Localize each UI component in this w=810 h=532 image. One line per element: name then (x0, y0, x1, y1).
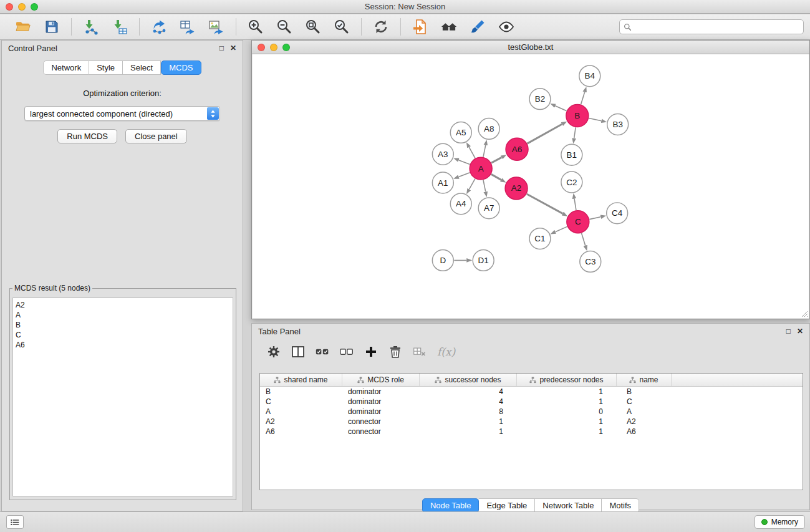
network-canvas[interactable]: B4B2BB3A8A5A6B1A3AC2A1A2A4A7C4CC1C3DD1 (253, 54, 809, 318)
float-table-panel-icon[interactable]: □ (786, 327, 791, 335)
export-image-button[interactable] (205, 16, 228, 37)
export-network-button[interactable] (147, 16, 171, 37)
run-mcds-button[interactable]: Run MCDS (57, 129, 117, 143)
column-header-shared-name[interactable]: shared name (260, 374, 342, 386)
network-node-D1[interactable]: D1 (473, 250, 494, 271)
network-node-A[interactable]: A (470, 157, 492, 180)
result-item[interactable]: B (16, 320, 233, 330)
delete-table-button[interactable] (413, 345, 427, 359)
criterion-select[interactable]: largest connected component (directed) (24, 106, 220, 121)
zoom-in-button[interactable] (244, 16, 268, 37)
result-item[interactable]: A6 (16, 340, 233, 350)
function-builder-button[interactable]: f(x) (437, 346, 455, 358)
import-table-button[interactable] (108, 16, 132, 37)
network-node-A4[interactable]: A4 (450, 193, 471, 215)
network-close-button[interactable] (258, 44, 265, 51)
search-field[interactable] (619, 19, 804, 34)
network-node-C1[interactable]: C1 (529, 228, 551, 249)
search-input[interactable] (634, 22, 803, 32)
column-header-successor-nodes[interactable]: successor nodes (420, 374, 517, 386)
select-all-button[interactable] (316, 345, 329, 359)
network-edge-A-A2[interactable] (491, 174, 501, 180)
column-header-predecessor-nodes[interactable]: predecessor nodes (517, 374, 617, 386)
network-window-titlebar[interactable]: testGlobe.txt (252, 41, 809, 54)
network-edge-A-A6[interactable] (491, 157, 501, 163)
export-table-button[interactable] (176, 16, 200, 37)
deselect-all-button[interactable] (340, 345, 354, 359)
table-tab-network-table[interactable]: Network Table (535, 498, 602, 513)
result-item[interactable]: A (16, 310, 233, 320)
tab-network[interactable]: Network (43, 60, 89, 75)
paintbrush-button[interactable] (466, 16, 489, 37)
columns-button[interactable] (291, 345, 305, 359)
home-button[interactable] (437, 16, 461, 37)
table-tab-edge-table[interactable]: Edge Table (479, 498, 535, 513)
network-edge-B-B1[interactable] (574, 127, 576, 138)
network-edge-C-C2[interactable] (574, 199, 576, 210)
network-edge-C-C1[interactable] (556, 226, 567, 231)
network-node-B3[interactable]: B3 (607, 114, 629, 135)
network-edge-A-A1[interactable] (459, 173, 470, 177)
table-row[interactable]: Bdominator41B (260, 387, 803, 397)
table-row[interactable]: Cdominator41C (260, 397, 803, 407)
zoom-window-button[interactable] (31, 3, 38, 11)
network-node-A3[interactable]: A3 (432, 143, 453, 165)
trash-button[interactable] (388, 345, 402, 359)
network-node-C2[interactable]: C2 (561, 172, 582, 193)
network-node-A8[interactable]: A8 (478, 118, 499, 140)
import-network-button[interactable] (79, 16, 103, 37)
network-edge-A2-C[interactable] (527, 194, 563, 213)
close-window-button[interactable] (6, 3, 13, 11)
zoom-selected-button[interactable] (330, 16, 354, 37)
tab-style[interactable]: Style (89, 60, 123, 75)
network-edge-A-A8[interactable] (483, 145, 486, 157)
table-row[interactable]: A2connector11A2 (260, 417, 803, 427)
eye-button[interactable] (494, 16, 518, 37)
task-history-button[interactable] (6, 515, 24, 529)
zoom-fit-button[interactable] (301, 16, 325, 37)
network-node-C4[interactable]: C4 (607, 203, 628, 224)
open-folder-button[interactable] (11, 16, 35, 37)
network-edge-B-B2[interactable] (556, 106, 567, 111)
network-edge-A6-B[interactable] (528, 124, 562, 143)
minimize-window-button[interactable] (18, 3, 26, 11)
export-page-button[interactable] (408, 16, 432, 37)
table-tab-node-table[interactable]: Node Table (422, 498, 480, 513)
add-button[interactable] (364, 345, 378, 359)
network-node-C[interactable]: C (567, 211, 589, 233)
result-item[interactable]: A2 (16, 300, 233, 310)
network-edge-A-A5[interactable] (469, 147, 475, 158)
network-edge-B-B3[interactable] (589, 118, 601, 121)
network-edge-A-A3[interactable] (459, 160, 470, 165)
network-node-B[interactable]: B (566, 105, 589, 127)
zoom-out-button[interactable] (272, 16, 296, 37)
table-row[interactable]: A6connector11A6 (260, 427, 803, 437)
network-edge-A-A4[interactable] (469, 179, 475, 190)
resize-grip-icon[interactable] (801, 310, 808, 317)
column-header-name[interactable]: name (617, 374, 672, 386)
column-header-MCDS-role[interactable]: MCDS role (342, 374, 420, 386)
float-panel-icon[interactable]: □ (219, 44, 224, 52)
network-node-A7[interactable]: A7 (478, 198, 499, 219)
network-node-B1[interactable]: B1 (561, 144, 582, 165)
network-node-C3[interactable]: C3 (580, 251, 601, 273)
result-item[interactable]: C (16, 330, 233, 340)
tab-mcds[interactable]: MCDS (161, 60, 201, 75)
close-panel-button[interactable]: Close panel (125, 129, 187, 143)
network-edge-A-A7[interactable] (483, 180, 486, 192)
network-node-A1[interactable]: A1 (432, 172, 453, 193)
network-node-A6[interactable]: A6 (506, 138, 528, 160)
network-node-D[interactable]: D (432, 250, 453, 271)
memory-button[interactable]: Memory (755, 515, 805, 529)
network-graph[interactable]: B4B2BB3A8A5A6B1A3AC2A1A2A4A7C4CC1C3DD1 (253, 54, 809, 318)
network-node-B2[interactable]: B2 (529, 89, 551, 110)
network-node-A5[interactable]: A5 (450, 122, 471, 143)
save-button[interactable] (40, 16, 64, 37)
network-zoom-button[interactable] (282, 44, 290, 51)
network-edge-C-C4[interactable] (589, 217, 600, 220)
refresh-button[interactable] (369, 16, 393, 37)
tab-select[interactable]: Select (123, 60, 161, 75)
network-edge-C-C3[interactable] (582, 233, 586, 246)
table-tab-motifs[interactable]: Motifs (602, 498, 639, 513)
network-node-B4[interactable]: B4 (579, 65, 600, 87)
